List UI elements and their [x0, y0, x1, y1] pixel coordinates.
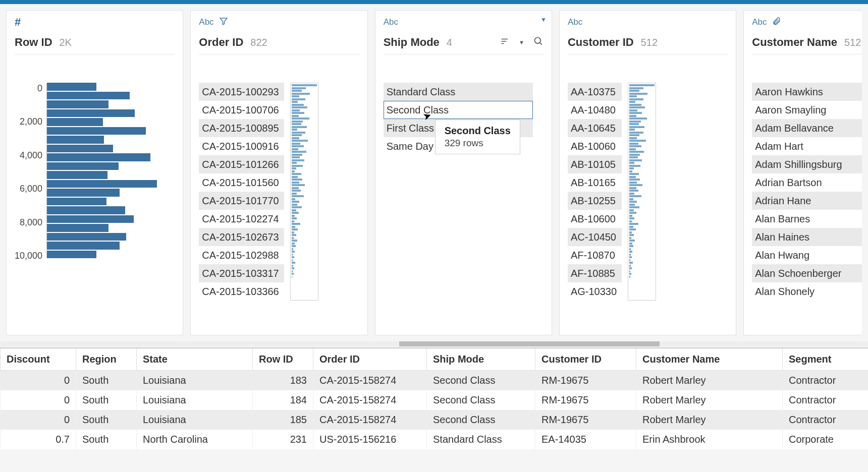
- histogram-bar[interactable]: [47, 251, 96, 259]
- list-item[interactable]: CA-2015-100706: [199, 101, 284, 119]
- histogram-bar[interactable]: [47, 136, 104, 144]
- list-item[interactable]: Aaron Smayling: [752, 101, 862, 119]
- cell[interactable]: Contractor: [783, 371, 869, 391]
- cell[interactable]: 0: [1, 410, 76, 430]
- cell[interactable]: RM-19675: [535, 371, 636, 391]
- list-item[interactable]: Adrian Hane: [752, 192, 862, 210]
- cell[interactable]: Contractor: [783, 410, 869, 430]
- histogram-bar[interactable]: [47, 109, 135, 117]
- column-header[interactable]: Ship Mode: [427, 348, 535, 371]
- column-header[interactable]: Discount: [1, 348, 76, 371]
- list-item[interactable]: CA-2015-103317: [199, 264, 284, 282]
- table-row[interactable]: 0SouthLouisiana184CA-2015-158274Second C…: [1, 390, 869, 410]
- histogram-bar[interactable]: [47, 180, 157, 188]
- cell[interactable]: US-2015-156216: [313, 430, 427, 449]
- card-menu-dropdown-icon[interactable]: ▼: [540, 16, 547, 23]
- column-header[interactable]: Region: [76, 348, 137, 371]
- list-item[interactable]: Standard Class: [384, 83, 533, 101]
- histogram-bar[interactable]: [47, 145, 113, 153]
- customer-name-list[interactable]: Aaron HawkinsAaron SmaylingAdam Bellavan…: [752, 83, 862, 301]
- cell[interactable]: Second Class: [427, 371, 535, 391]
- list-item[interactable]: AA-10645: [568, 119, 622, 137]
- list-item[interactable]: CA-2015-100916: [199, 137, 284, 155]
- histogram-bar[interactable]: [47, 224, 108, 232]
- sort-icon[interactable]: [501, 37, 510, 48]
- card-row-id[interactable]: # Row ID 2K 02,0004,0006,0008,00010,000: [6, 10, 183, 335]
- column-header[interactable]: Customer Name: [636, 348, 783, 371]
- table-row[interactable]: 0.7SouthNorth Carolina231US-2015-156216S…: [1, 430, 869, 449]
- list-item[interactable]: CA-2015-102274: [199, 210, 284, 228]
- list-item[interactable]: Aaron Hawkins: [752, 83, 862, 101]
- cell[interactable]: 184: [253, 390, 313, 410]
- list-item[interactable]: Alan Shonely: [752, 282, 862, 301]
- list-item[interactable]: AF-10885: [568, 264, 622, 282]
- scrollbar-thumb[interactable]: [399, 341, 660, 346]
- cell[interactable]: CA-2015-158274: [313, 371, 427, 391]
- list-item[interactable]: Adam Hart: [752, 137, 862, 155]
- cell[interactable]: North Carolina: [137, 430, 253, 449]
- cell[interactable]: 231: [253, 430, 313, 449]
- cell[interactable]: 0.7: [1, 430, 76, 449]
- list-item[interactable]: Second Class: [384, 101, 533, 119]
- list-item[interactable]: AB-10255: [568, 192, 622, 210]
- histogram-bar[interactable]: [47, 153, 150, 161]
- table-row[interactable]: 0SouthLouisiana185CA-2015-158274Second C…: [1, 410, 869, 430]
- list-item[interactable]: CA-2015-100895: [199, 119, 284, 137]
- cell[interactable]: South: [76, 410, 137, 430]
- card-customer-id[interactable]: Abc Customer ID 512 AA-10375AA-10480AA-1…: [559, 10, 736, 335]
- cell[interactable]: Robert Marley: [636, 371, 783, 391]
- list-item[interactable]: Alan Barnes: [752, 210, 862, 228]
- list-item[interactable]: CA-2015-102988: [199, 246, 284, 264]
- card-order-id[interactable]: Abc Order ID 822 CA-2015-100293CA-2015-1…: [190, 10, 367, 335]
- list-item[interactable]: AB-10060: [568, 137, 622, 155]
- list-item[interactable]: AC-10450: [568, 228, 622, 246]
- table-row[interactable]: 0SouthLouisiana183CA-2015-158274Second C…: [1, 371, 869, 391]
- histogram-bar[interactable]: [47, 127, 146, 135]
- histogram-bar[interactable]: [47, 206, 125, 214]
- column-header[interactable]: Order ID: [313, 348, 427, 371]
- cell[interactable]: RM-19675: [535, 390, 636, 410]
- list-item[interactable]: CA-2015-100293: [199, 83, 284, 101]
- list-item[interactable]: Alan Schoenberger: [752, 264, 862, 282]
- cell[interactable]: 0: [1, 390, 76, 410]
- cell[interactable]: Standard Class: [427, 430, 535, 449]
- card-ship-mode[interactable]: Abc ▼ Ship Mode 4 ▼ Standard ClassSecond…: [375, 10, 552, 335]
- cell[interactable]: Louisiana: [137, 410, 253, 430]
- list-item[interactable]: AB-10165: [568, 173, 622, 192]
- histogram-bar[interactable]: [47, 215, 134, 223]
- cell[interactable]: South: [76, 390, 137, 410]
- list-item[interactable]: AA-10375: [568, 83, 622, 101]
- list-item[interactable]: AG-10330: [568, 282, 622, 301]
- data-grid[interactable]: DiscountRegionStateRow IDOrder IDShip Mo…: [0, 347, 868, 449]
- list-item[interactable]: AB-10105: [568, 155, 622, 173]
- list-item[interactable]: Alan Hwang: [752, 246, 862, 264]
- cell[interactable]: EA-14035: [535, 430, 636, 449]
- histogram-bar[interactable]: [47, 92, 130, 100]
- attachment-icon[interactable]: [772, 17, 781, 28]
- card-customer-name[interactable]: Abc Customer Name 512 Aaron HawkinsAaron…: [743, 10, 862, 335]
- column-header[interactable]: State: [137, 348, 253, 371]
- list-item[interactable]: AF-10870: [568, 246, 622, 264]
- histogram-bar[interactable]: [47, 242, 120, 250]
- cell[interactable]: Second Class: [427, 410, 535, 430]
- histogram-bar[interactable]: [47, 233, 126, 241]
- list-item[interactable]: CA-2015-101266: [199, 155, 284, 173]
- cell[interactable]: Louisiana: [137, 390, 253, 410]
- histogram-bar[interactable]: [47, 162, 119, 170]
- cell[interactable]: South: [76, 430, 137, 449]
- list-item[interactable]: AA-10480: [568, 101, 622, 119]
- cell[interactable]: 0: [1, 371, 76, 391]
- cell[interactable]: RM-19675: [535, 410, 636, 430]
- list-item[interactable]: CA-2015-103366: [199, 282, 284, 301]
- column-header[interactable]: Segment: [783, 348, 869, 371]
- cell[interactable]: CA-2015-158274: [313, 410, 427, 430]
- histogram-bar[interactable]: [47, 118, 103, 126]
- sort-dropdown-icon[interactable]: ▼: [519, 39, 524, 45]
- list-item[interactable]: Adrian Bartson: [752, 173, 862, 192]
- cell[interactable]: Second Class: [427, 390, 535, 410]
- histogram-bar[interactable]: [47, 83, 96, 91]
- order-id-list[interactable]: CA-2015-100293CA-2015-100706CA-2015-1008…: [199, 83, 284, 301]
- row-id-histogram[interactable]: 02,0004,0006,0008,00010,000: [15, 83, 175, 260]
- list-item[interactable]: CA-2015-102673: [199, 228, 284, 246]
- histogram-bar[interactable]: [47, 171, 107, 179]
